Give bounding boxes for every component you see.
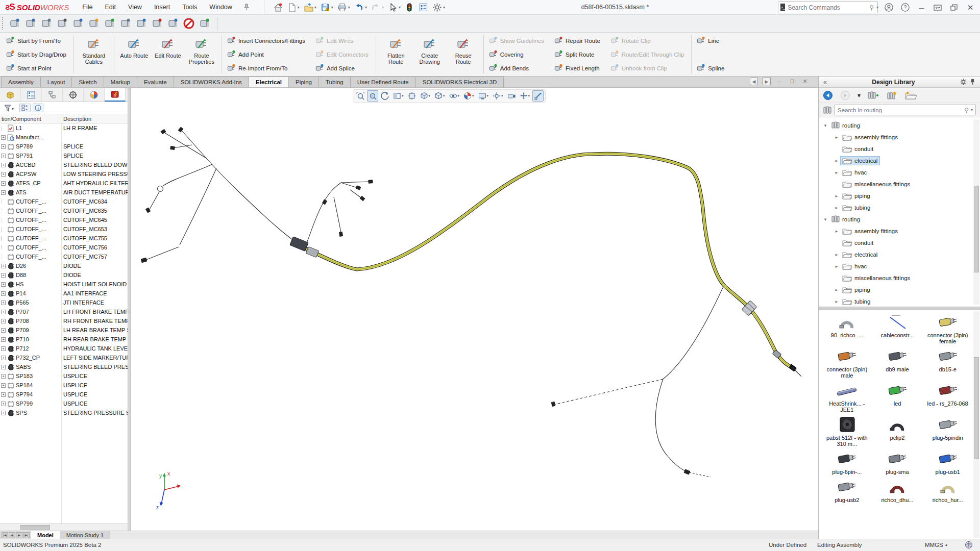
view-orientation-icon[interactable]: ▾ — [419, 90, 432, 102]
back-icon[interactable] — [823, 90, 833, 101]
component-row-p732-cp[interactable]: +P732_CPLEFT SIDE MARKER/TURN LI — [0, 353, 128, 362]
library-item-heatshrink-jee1[interactable]: HeatShrink... - JEE1 — [822, 382, 872, 413]
tree-chevron-icon[interactable]: ▸ — [833, 158, 840, 163]
spline-button[interactable]: Spline — [696, 62, 727, 74]
options-icon[interactable]: ▾ — [431, 2, 447, 13]
pin-pane-icon[interactable] — [968, 79, 977, 85]
library-item-richco-hur[interactable]: richco_hur... — [922, 478, 973, 503]
tag-icon[interactable] — [965, 541, 973, 549]
insert-connectors-fittings-button[interactable]: Insert Connectors/Fittings — [226, 34, 308, 47]
tree-item-assembly-fittings-9[interactable]: ▸assembly fittings — [819, 225, 980, 237]
covering-button[interactable]: Covering — [488, 48, 547, 61]
tree-item-electrical-11[interactable]: ▸electrical — [819, 248, 980, 260]
prev-tab-icon[interactable]: ◀ — [9, 532, 15, 538]
route-properties-button[interactable]: Route Properties — [186, 34, 217, 74]
tree-chevron-icon[interactable]: ▸ — [833, 193, 840, 198]
component-row-d88[interactable]: +D88DIODE — [0, 270, 128, 280]
line-button[interactable]: Line — [696, 34, 727, 47]
pin-menus-icon[interactable] — [243, 4, 250, 11]
new-document-icon[interactable]: ▾ — [285, 2, 301, 13]
library-search-input[interactable] — [838, 107, 962, 113]
component-row-p707[interactable]: +P707LH FRONT BRAKE TEMP SENS — [0, 307, 128, 316]
tree-item-piping-6[interactable]: ▸piping — [819, 190, 980, 202]
new-library-icon[interactable] — [886, 90, 897, 101]
expand-icon[interactable]: + — [1, 135, 6, 140]
tree-chevron-icon[interactable]: ▸ — [833, 252, 840, 257]
next-pane-icon[interactable]: ▶ — [763, 78, 771, 85]
redo-icon[interactable]: ▾ — [370, 2, 385, 13]
tab-electrical-manager[interactable]: S — [105, 88, 126, 102]
view-settings-icon[interactable]: ▾ — [491, 90, 505, 102]
tree-chevron-icon[interactable]: ▸ — [833, 229, 840, 234]
cable-library-icon[interactable] — [87, 16, 101, 31]
expand-icon[interactable]: + — [1, 356, 6, 360]
expand-icon[interactable]: + — [1, 144, 6, 149]
expand-icon[interactable]: + — [1, 282, 6, 287]
menu-file[interactable]: File — [76, 0, 99, 14]
graphics-viewport[interactable]: ▾▾▾▾▾▾▾▾ x y z — [131, 88, 818, 531]
tree-item-routing-8[interactable]: ▾routing — [819, 213, 980, 225]
expand-icon[interactable]: + — [1, 273, 6, 278]
tab-sketch[interactable]: Sketch — [71, 77, 104, 87]
filter-icon[interactable]: ▾ — [2, 104, 17, 113]
bend-icon[interactable] — [71, 16, 85, 31]
tab-solidworks-add-ins[interactable]: SOLIDWORKS Add-Ins — [174, 77, 249, 87]
close-button[interactable]: ✕ — [965, 3, 976, 13]
help-icon[interactable]: ? — [899, 3, 911, 13]
auto-route-button[interactable]: Auto Route — [118, 34, 150, 74]
start-by-drag-drop-button[interactable]: Start by Drag/Drop — [5, 48, 69, 61]
tree-item-miscellaneous-fittings-13[interactable]: miscellaneous fittings — [819, 272, 980, 284]
component-row-sp184[interactable]: +SP184USPLICE — [0, 381, 128, 390]
search-icon[interactable]: ⚲ — [869, 4, 874, 11]
forward-icon[interactable] — [840, 90, 850, 101]
tab-assembly[interactable]: Assembly — [1, 77, 41, 87]
section-view-icon[interactable]: ▾ — [391, 90, 405, 102]
hide-show-icon[interactable]: ▾ — [448, 90, 461, 102]
dynamic-annotation-icon[interactable] — [406, 90, 418, 102]
component-row-p709[interactable]: +P709LH REAR BRAKE TEMP SENS — [0, 325, 128, 335]
tree-item-electrical-3[interactable]: ▸electrical — [819, 155, 980, 166]
zoom-fit-icon[interactable] — [355, 90, 366, 102]
last-tab-icon[interactable]: ▶| — [23, 532, 30, 538]
component-row-cutoff[interactable]: CUTOFF_...CUTOFF_MC634 — [0, 197, 128, 206]
component-row-sp183[interactable]: +SP183USPLICE — [0, 371, 128, 381]
expand-icon[interactable]: + — [1, 374, 6, 379]
select-icon[interactable]: ▾ — [386, 2, 402, 13]
items-scrollbar[interactable] — [973, 311, 979, 538]
standard-cables-button[interactable]: Standard Cables — [78, 34, 110, 74]
previous-view-icon[interactable] — [379, 90, 390, 102]
first-tab-icon[interactable]: |◀ — [2, 532, 8, 538]
batch-route-icon[interactable] — [8, 16, 22, 31]
tree-chevron-icon[interactable]: ▸ — [833, 170, 840, 175]
library-item-db9-male[interactable]: db9 male — [872, 347, 923, 379]
component-row-cutoff[interactable]: CUTOFF_...CUTOFF_MC757 — [0, 252, 128, 261]
component-row-l1[interactable]: L1LH R FRAME — [0, 123, 128, 133]
expand-icon[interactable]: + — [1, 392, 6, 397]
component-row-p710[interactable]: +P710RH REAR BRAKE TEMP SENS — [0, 335, 128, 344]
camera-icon[interactable] — [506, 90, 517, 102]
tree-scrollbar[interactable] — [973, 119, 979, 305]
doc-restore-icon[interactable]: ❐ — [788, 78, 796, 85]
column-component[interactable]: tion/Component — [0, 114, 61, 123]
tree-item-assembly-fittings-1[interactable]: ▸assembly fittings — [819, 131, 980, 143]
pan-icon[interactable]: ▾ — [518, 90, 532, 102]
library-search-icon[interactable]: ⚲ — [964, 107, 969, 114]
component-row-p565[interactable]: +P565JTI INTERFACE — [0, 298, 128, 307]
component-row-atfs-cp[interactable]: +ATFS_CPAHT HYDRAULIC FILTER SW — [0, 179, 128, 188]
undo-icon[interactable]: ▾ — [353, 2, 369, 13]
menu-view[interactable]: View — [122, 0, 148, 14]
add-point-button[interactable]: Add Point — [226, 48, 308, 61]
reuse-route-button[interactable]: Reuse Route — [448, 34, 479, 74]
library-item-plug-6pin[interactable]: plug-6pin-... — [822, 450, 872, 475]
left-panel-hscrollbar[interactable] — [0, 523, 128, 531]
tree-chevron-icon[interactable]: ▸ — [833, 135, 840, 140]
menu-edit[interactable]: Edit — [99, 0, 122, 14]
history-caret-icon[interactable]: ▾ — [857, 92, 861, 99]
edit-appearance-icon[interactable]: ▾ — [462, 90, 476, 102]
expand-icon[interactable]: + — [1, 411, 6, 415]
menu-tools[interactable]: Tools — [176, 0, 203, 14]
toolbar-grip[interactable] — [2, 17, 5, 30]
library-item-pclip2[interactable]: pclip2 — [872, 416, 923, 447]
component-row-p712[interactable]: +P712HYDRAULIC TANK LEVEL SEN — [0, 344, 128, 353]
tree-item-routing-0[interactable]: ▾routing — [819, 119, 980, 131]
